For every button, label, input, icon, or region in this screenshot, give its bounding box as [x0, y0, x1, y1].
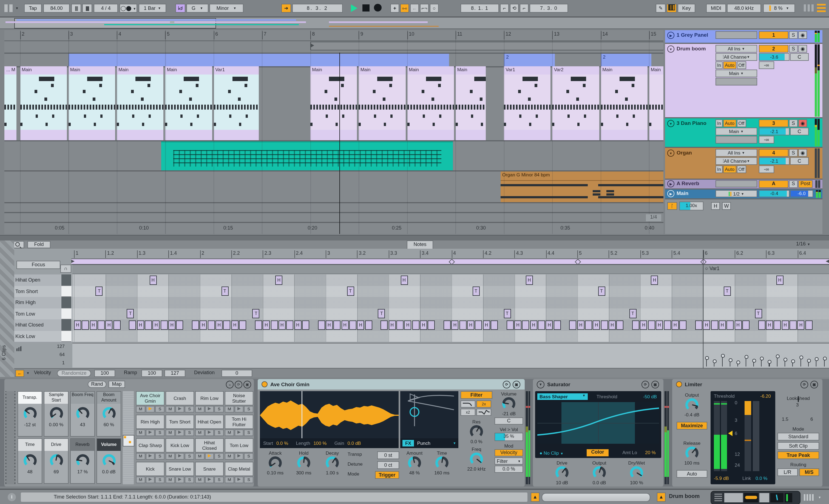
midi-note[interactable] — [412, 320, 419, 329]
return-letter-button[interactable]: A — [759, 180, 788, 188]
macro-knob[interactable] — [23, 454, 36, 467]
map-button[interactable]: Map — [109, 381, 125, 388]
pad-name[interactable]: Hihat Open — [195, 415, 224, 429]
horizontal-scrollbar[interactable] — [542, 493, 650, 502]
midi-note[interactable] — [758, 320, 765, 329]
drum-pad-kick[interactable]: KickMS — [136, 462, 165, 483]
pad-solo-button[interactable]: S — [215, 406, 224, 413]
velocity-marker[interactable] — [760, 357, 764, 360]
midi-note[interactable]: T — [723, 286, 730, 296]
velocity-marker[interactable] — [713, 359, 717, 363]
track-lane-dan-piano[interactable] — [4, 141, 663, 171]
threshold-arrow-icon[interactable] — [728, 431, 732, 436]
device-limiter[interactable]: Limiter ⟳ ▣ Output-0.4 dB Maximize Relea… — [672, 379, 822, 487]
color-button[interactable]: Color — [587, 449, 609, 456]
clip[interactable]: Var1 — [504, 66, 550, 140]
midi-note[interactable]: H — [672, 320, 679, 329]
drum-pad-kick-low[interactable]: Kick LowMS — [166, 438, 194, 460]
save-preset-icon[interactable]: ▣ — [513, 381, 520, 388]
arrangement-overview[interactable] — [0, 17, 829, 29]
knob[interactable] — [470, 425, 483, 438]
pad-play-icon[interactable] — [235, 453, 244, 460]
pad-mute-button[interactable]: M — [225, 477, 234, 483]
detune-field[interactable]: 0 ct — [377, 461, 399, 469]
velocity-marker[interactable] — [729, 358, 732, 362]
tempo-field[interactable]: 84.00 — [43, 4, 70, 12]
loop-switch-icon[interactable]: ⟲ — [510, 4, 519, 12]
midi-note[interactable] — [491, 320, 498, 329]
pad-solo-button[interactable]: S — [244, 453, 253, 460]
stop-button[interactable] — [362, 4, 369, 11]
velocity-lane[interactable] — [72, 343, 829, 367]
groove-pool-icon[interactable]: ◯⬤ ▼ — [119, 4, 137, 12]
midi-note[interactable] — [711, 320, 718, 329]
cue-out-menu[interactable]: 1/2 ▼ — [716, 190, 757, 197]
computer-midi-keyboard-icon[interactable] — [667, 4, 677, 12]
mode-field[interactable]: Trigger — [375, 471, 399, 479]
velocity-stem[interactable] — [800, 358, 801, 366]
limiter-output-knob[interactable]: Output-0.4 dB — [677, 392, 707, 418]
midi-note[interactable] — [223, 320, 230, 329]
knob[interactable] — [685, 447, 698, 460]
beat-number[interactable]: 5.2 — [609, 250, 617, 258]
fold-icon[interactable]: ▼ — [667, 150, 674, 157]
beat-number[interactable]: 1.4 — [168, 250, 177, 258]
midi-note[interactable]: H — [776, 275, 783, 284]
row-swatch[interactable] — [62, 286, 71, 297]
drum-pad-clap-sharp[interactable]: Clap SharpMS — [136, 438, 165, 460]
beat-number[interactable]: 2.3 — [263, 250, 272, 258]
knob[interactable] — [326, 456, 339, 469]
info-icon[interactable]: i — [8, 493, 16, 501]
arm-number-button[interactable]: 4 — [759, 149, 788, 157]
bar-number[interactable]: 14 — [601, 31, 608, 39]
bar-number[interactable]: 7 — [262, 31, 266, 39]
record-arm-button[interactable]: ◉ — [798, 149, 807, 157]
velocity-marker[interactable] — [807, 359, 811, 363]
input-routing-menu[interactable]: All Ins ▼ — [716, 45, 757, 52]
clip[interactable]: Main — [165, 66, 212, 140]
midi-map-button[interactable]: MIDI — [706, 4, 726, 12]
track-lane-main[interactable] — [4, 213, 663, 223]
clip[interactable] — [69, 54, 449, 66]
velocity-marker[interactable] — [705, 356, 709, 360]
loop-start-field[interactable]: 8. 1. 1 — [461, 4, 499, 12]
pad-mute-button[interactable]: M — [225, 406, 234, 413]
velocity-marker[interactable] — [768, 360, 772, 364]
velocity-marker[interactable] — [815, 357, 819, 361]
drum-row-rim-high[interactable]: Rim High — [0, 297, 829, 309]
cue-volume-field[interactable]: -6.0 — [790, 190, 813, 197]
midi-note[interactable] — [82, 320, 89, 329]
knob[interactable] — [593, 466, 606, 479]
pad-mute-button[interactable]: M — [166, 453, 175, 460]
knob[interactable] — [435, 456, 448, 469]
pad-play-icon[interactable] — [205, 453, 214, 460]
bar-number[interactable]: 4 — [117, 31, 121, 39]
beat-number[interactable]: 6.2 — [735, 250, 743, 258]
midi-note[interactable]: H — [168, 320, 175, 329]
midi-note[interactable]: T — [96, 286, 103, 296]
midi-note[interactable] — [208, 320, 215, 329]
device-on-led[interactable] — [261, 381, 267, 387]
midi-note[interactable] — [790, 320, 797, 329]
drum-pad-rim-high[interactable]: Rim HighMS — [136, 415, 165, 436]
track-header-main[interactable]: ▶Main 1/2 ▼ -0.4 -6.0 — [665, 190, 822, 199]
drum-pad-tom-short[interactable]: Tom ShortMS — [166, 415, 194, 436]
midi-note[interactable] — [365, 320, 372, 329]
beat-number[interactable]: 2.2 — [231, 250, 240, 258]
midi-note[interactable] — [648, 320, 655, 329]
midi-note[interactable]: T — [629, 309, 636, 318]
bar-number[interactable]: 15 — [649, 31, 656, 39]
fx-toggle-button[interactable]: FX — [402, 440, 414, 447]
pad-name[interactable]: Kick Low — [166, 438, 194, 453]
monitor-buttons[interactable]: InAutoOff — [716, 165, 757, 173]
midi-note[interactable] — [129, 320, 136, 329]
drum-row-hihat-closed[interactable]: Hihat ClosedHHHHHHHHHHHHHHHHHHHHHHHHHHHH… — [0, 319, 829, 331]
editor-loop-bar[interactable] — [71, 259, 829, 265]
decay-knob[interactable]: Decay1.00 s — [320, 450, 344, 475]
pad-play-icon[interactable] — [235, 477, 244, 483]
pad-mute-button[interactable]: M — [195, 453, 204, 460]
saturator-display[interactable]: Bass Shaper ▼ Threshold -50 dB ● No Clip… — [535, 391, 661, 458]
draw-mode-icon[interactable]: ✎ — [656, 4, 665, 12]
pad-name[interactable]: Snare — [195, 462, 224, 476]
knob[interactable] — [269, 456, 282, 469]
